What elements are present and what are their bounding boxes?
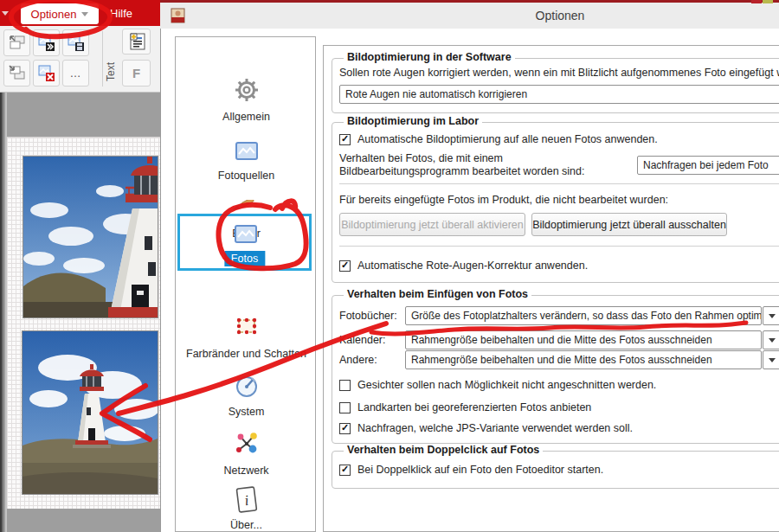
andere-combobox-arrow[interactable] — [763, 350, 779, 369]
jps-checkbox-row: Nachfragen, welche JPS-Variante verwende… — [339, 422, 633, 434]
more-tools-button[interactable]: … — [62, 60, 89, 87]
image-forward-icon — [37, 34, 56, 53]
ellipsis-icon: … — [70, 67, 82, 80]
image-icon — [235, 142, 258, 160]
group-title: Bildoptimierung im Labor — [344, 115, 482, 127]
fotobuecher-combobox[interactable]: Größe des Fotoplatzhalters verändern, so… — [405, 306, 762, 325]
sidebar-item-label[interactable]: Netzwerk — [176, 465, 317, 477]
sidebar-item-allgemein[interactable] — [176, 77, 317, 103]
dialog-title: Optionen — [536, 9, 585, 22]
chevron-down-icon — [769, 314, 776, 318]
dialog-sidebar: Allgemein Fotoquellen Editor — [175, 36, 316, 532]
andere-label: Andere: — [339, 354, 377, 366]
sidebar-item-label[interactable]: Fotoquellen — [176, 170, 317, 182]
sidebar-item-netzwerk[interactable] — [176, 431, 317, 457]
image-replace-button[interactable] — [33, 29, 60, 56]
kalender-combobox-arrow[interactable] — [763, 330, 779, 349]
menu-item-optionen[interactable]: Optionen — [21, 3, 99, 24]
arrange-forward-button[interactable] — [3, 60, 30, 87]
redeye-correction-checkbox[interactable] — [339, 260, 351, 272]
sidebar-item-label[interactable]: Über... — [176, 519, 317, 531]
text-template-icon — [126, 31, 147, 52]
separator — [339, 246, 779, 247]
window-decoration — [763, 0, 773, 3]
andere-combobox[interactable]: Rahmengröße beibehalten und die Mitte de… — [405, 350, 762, 369]
dialog-content-panel: Bildoptimierung in der Software Sollen r… — [323, 45, 779, 532]
kalender-label: Kalender: — [339, 334, 386, 346]
gear-icon — [234, 77, 260, 103]
menu-item-hilfe[interactable]: Hilfe — [110, 0, 132, 26]
fotobuecher-combobox-arrow[interactable] — [763, 306, 779, 325]
chevron-down-icon — [2, 11, 9, 16]
group-title: Verhalten beim Doppelclick auf Fotos — [344, 444, 543, 456]
edited-photos-label: Verhalten bei Fotos, die mit einem Bildb… — [339, 152, 629, 178]
group-einfuegen-von-fotos: Verhalten beim Einfügen von Fotos Fotobü… — [332, 295, 779, 444]
activate-optimization-button[interactable]: Bildoptimierung jetzt überall aktivieren — [339, 213, 525, 236]
toolbar-divider — [102, 31, 103, 87]
auto-optimize-checkbox-row: Automatische Bildoptimierung auf alle ne… — [339, 133, 658, 145]
font-button[interactable]: F — [122, 60, 151, 87]
sidebar-item-system[interactable] — [176, 375, 317, 399]
deactivate-optimization-button[interactable]: Bildoptimierung jetzt überall ausschalte… — [531, 213, 727, 236]
fotobuecher-label: Fotobücher: — [339, 310, 397, 322]
image-delete-icon — [37, 64, 56, 83]
redeye-mode-combobox[interactable]: Rote Augen nie automatisch korrigieren — [339, 85, 779, 104]
sidebar-item-label-selected[interactable]: Fotos — [224, 251, 265, 266]
image-icon — [178, 225, 312, 243]
sidebar-item-label[interactable]: Allgemein — [176, 111, 317, 123]
group-bildoptimierung-labor: Bildoptimierung im Labor Automatische Bi… — [332, 122, 779, 283]
network-icon — [234, 431, 260, 457]
photo-lighthouse-full[interactable] — [22, 330, 158, 495]
chevron-down-icon — [81, 12, 88, 16]
redeye-correction-checkbox-row: Automatische Rote-Augen-Korrektur anwend… — [339, 260, 588, 272]
separator — [339, 183, 779, 184]
toolbar: … Text F — [0, 26, 160, 93]
add-text-template-button[interactable] — [122, 29, 151, 54]
sidebar-item-fotoquellen[interactable] — [176, 142, 317, 160]
redeye-question-text: Sollen rote Augen korrigiert werden, wen… — [339, 67, 779, 79]
screenshot: Optionen Hilfe — [0, 0, 779, 532]
auto-optimize-checkbox[interactable] — [339, 134, 351, 145]
info-document-icon: i — [235, 485, 259, 515]
dialog-top-border — [160, 0, 779, 3]
edited-photos-combobox[interactable]: Nachfragen bei jedem Foto — [637, 156, 779, 175]
group-doppelclick: Verhalten beim Doppelclick auf Fotos Bei… — [332, 451, 779, 489]
image-save-icon — [67, 34, 86, 53]
group-title: Verhalten beim Einfügen von Fotos — [344, 288, 531, 300]
arrange-backward-icon — [8, 34, 27, 53]
faces-checkbox-row: Gesichter sollen nach Möglichkeit nicht … — [339, 379, 656, 391]
menu-item-optionen-label: Optionen — [31, 8, 77, 21]
doubleclick-editor-checkbox[interactable] — [339, 465, 351, 476]
inserted-photos-label: Für bereits eingefügte Fotos im Produkt,… — [339, 194, 668, 206]
sidebar-item-ueber[interactable]: i — [176, 485, 317, 515]
photo-lighthouse-closeup[interactable] — [23, 156, 158, 318]
window-decoration — [751, 0, 762, 3]
sidebar-item-label[interactable]: Farbränder und Schatten — [176, 348, 317, 360]
chevron-down-icon — [769, 338, 776, 343]
dialog-titlebar[interactable]: Optionen — [160, 3, 779, 29]
sidebar-item-label[interactable]: System — [176, 406, 317, 418]
chevron-down-icon — [769, 358, 776, 362]
jps-checkbox[interactable] — [339, 423, 351, 434]
app-icon — [171, 8, 185, 23]
maps-checkbox[interactable] — [339, 402, 351, 413]
group-bildoptimierung-software: Bildoptimierung in der Software Sollen r… — [332, 58, 779, 113]
sidebar-item-farbraender[interactable] — [176, 317, 317, 336]
kalender-combobox[interactable]: Rahmengröße beibehalten und die Mitte de… — [405, 330, 762, 349]
sidebar-item-fotos-selected[interactable]: Fotos — [177, 214, 312, 271]
gauge-icon — [235, 375, 259, 399]
selection-frame-icon — [235, 317, 258, 336]
faces-checkbox[interactable] — [339, 380, 351, 391]
maps-checkbox-row: Landkarten bei georeferenzierten Fotos a… — [339, 401, 591, 413]
arrange-backward-button[interactable] — [3, 29, 30, 56]
image-delete-button[interactable] — [33, 60, 60, 87]
toolbar-group-label: Text — [105, 55, 117, 88]
group-title: Bildoptimierung in der Software — [344, 51, 515, 63]
image-save-button[interactable] — [62, 29, 89, 56]
doubleclick-checkbox-row: Bei Doppelklick auf ein Foto den Fotoedi… — [339, 464, 603, 476]
page-edge — [0, 93, 7, 532]
arrange-forward-icon — [8, 64, 27, 83]
